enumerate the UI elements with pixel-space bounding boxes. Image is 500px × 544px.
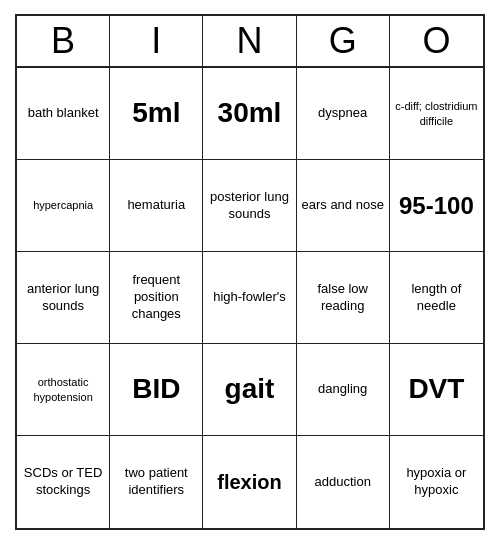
header-letter-g: G — [297, 16, 390, 66]
bingo-card: BINGO bath blanket5ml30mldyspneac-diff; … — [15, 14, 485, 530]
bingo-cell-12: high-fowler's — [203, 252, 296, 344]
bingo-cell-7: posterior lung sounds — [203, 160, 296, 252]
bingo-cell-2: 30ml — [203, 68, 296, 160]
bingo-cell-18: dangling — [297, 344, 390, 436]
bingo-cell-17: gait — [203, 344, 296, 436]
bingo-header: BINGO — [17, 16, 483, 68]
bingo-cell-8: ears and nose — [297, 160, 390, 252]
bingo-cell-0: bath blanket — [17, 68, 110, 160]
bingo-cell-13: false low reading — [297, 252, 390, 344]
bingo-cell-5: hypercapnia — [17, 160, 110, 252]
header-letter-o: O — [390, 16, 483, 66]
bingo-cell-23: adduction — [297, 436, 390, 528]
bingo-cell-1: 5ml — [110, 68, 203, 160]
header-letter-i: I — [110, 16, 203, 66]
bingo-cell-15: orthostatic hypotension — [17, 344, 110, 436]
bingo-cell-14: length of needle — [390, 252, 483, 344]
bingo-grid: bath blanket5ml30mldyspneac-diff; clostr… — [17, 68, 483, 528]
header-letter-b: B — [17, 16, 110, 66]
bingo-cell-20: SCDs or TED stockings — [17, 436, 110, 528]
bingo-cell-4: c-diff; clostridium difficile — [390, 68, 483, 160]
bingo-cell-10: anterior lung sounds — [17, 252, 110, 344]
bingo-cell-11: frequent position changes — [110, 252, 203, 344]
bingo-cell-21: two patient identifiers — [110, 436, 203, 528]
header-letter-n: N — [203, 16, 296, 66]
bingo-cell-16: BID — [110, 344, 203, 436]
bingo-cell-6: hematuria — [110, 160, 203, 252]
bingo-cell-24: hypoxia or hypoxic — [390, 436, 483, 528]
bingo-cell-3: dyspnea — [297, 68, 390, 160]
bingo-cell-22: flexion — [203, 436, 296, 528]
bingo-cell-9: 95-100 — [390, 160, 483, 252]
bingo-cell-19: DVT — [390, 344, 483, 436]
